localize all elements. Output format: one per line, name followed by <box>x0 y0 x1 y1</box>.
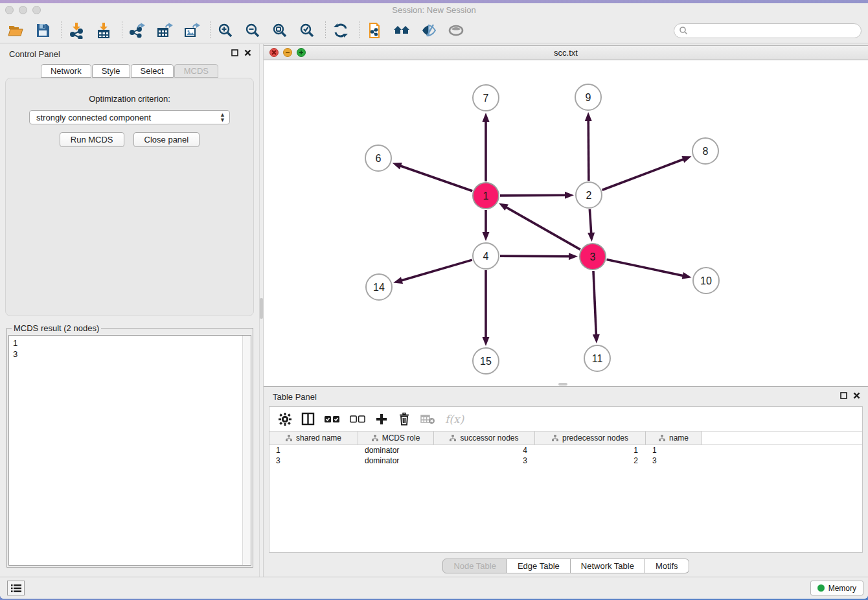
network-window-titlebar[interactable]: scc.txt <box>264 46 868 60</box>
graph-edge-2-9[interactable] <box>588 119 589 181</box>
close-panel-button[interactable]: Close panel <box>133 132 200 147</box>
cell-predecessor-nodes[interactable]: 1 <box>535 445 646 456</box>
edge-arrowhead <box>565 192 574 199</box>
graph-node-4[interactable]: 4 <box>473 243 499 269</box>
delete-table-icon[interactable] <box>420 414 435 424</box>
graph-edge-3-11[interactable] <box>593 271 597 336</box>
table-row[interactable]: 3dominator323 <box>269 456 862 466</box>
graph-node-10[interactable]: 10 <box>693 268 719 294</box>
home-icon[interactable] <box>391 20 412 41</box>
graph-edge-2-3[interactable] <box>589 209 591 235</box>
tab-node-table[interactable]: Node Table <box>442 559 507 573</box>
add-column-icon[interactable] <box>375 413 388 426</box>
canvas-hscroll-thumb[interactable] <box>558 383 567 386</box>
zoom-fit-icon[interactable] <box>269 20 290 41</box>
cell-shared-name[interactable]: 3 <box>269 456 358 466</box>
network-canvas[interactable]: 7968124314101511 <box>264 60 868 386</box>
delete-column-icon[interactable] <box>398 412 411 426</box>
import-network-icon[interactable] <box>66 20 87 41</box>
edge-arrowhead <box>393 277 403 284</box>
graph-edge-4-14[interactable] <box>400 260 472 281</box>
search-icon <box>679 26 688 35</box>
run-mcds-button[interactable]: Run MCDS <box>60 132 124 147</box>
save-session-icon[interactable] <box>32 20 53 41</box>
graph-edge-1-2[interactable] <box>500 195 567 196</box>
cell-name[interactable]: 3 <box>646 456 702 466</box>
column-header-predecessor-nodes[interactable]: predecessor nodes <box>535 432 646 444</box>
mcds-result-title: MCDS result (2 nodes) <box>12 323 101 333</box>
split-columns-icon[interactable] <box>301 412 315 426</box>
graph-node-11[interactable]: 11 <box>584 345 610 371</box>
edge-arrowhead <box>682 272 692 279</box>
duplicate-network-icon[interactable] <box>364 20 385 41</box>
column-header-successor-nodes[interactable]: successor nodes <box>434 432 535 444</box>
open-file-icon[interactable] <box>5 20 26 41</box>
column-header-MCDS-role[interactable]: MCDS role <box>358 432 434 444</box>
splitter-handle[interactable] <box>260 298 263 319</box>
column-header-shared-name[interactable]: shared name <box>269 432 358 444</box>
column-header-name[interactable]: name <box>646 432 702 444</box>
graph-node-15[interactable]: 15 <box>473 348 499 374</box>
task-history-button[interactable] <box>7 581 25 595</box>
float-table-panel-icon[interactable] <box>840 392 847 399</box>
graph-edge-1-6[interactable] <box>399 165 472 191</box>
optimization-select[interactable]: strongly connected component ▲▼ <box>29 110 230 124</box>
status-bar: Memory <box>0 577 868 599</box>
tab-network[interactable]: Network <box>41 64 91 78</box>
cell-predecessor-nodes[interactable]: 2 <box>535 456 646 466</box>
column-type-icon <box>659 435 665 441</box>
refresh-icon[interactable] <box>330 20 351 41</box>
search-input[interactable] <box>688 25 861 36</box>
graph-node-3[interactable]: 3 <box>580 244 606 270</box>
cell-successor-nodes[interactable]: 4 <box>434 445 535 456</box>
tab-style[interactable]: Style <box>92 64 130 78</box>
zoom-in-icon[interactable] <box>215 20 236 41</box>
table-settings-icon[interactable] <box>279 413 291 426</box>
graph-edge-3-10[interactable] <box>607 260 685 276</box>
graph-edge-4-3[interactable] <box>500 256 571 257</box>
panel-splitter[interactable] <box>259 44 264 577</box>
graph-node-2[interactable]: 2 <box>576 182 602 208</box>
birdseye-view-icon[interactable] <box>446 20 466 41</box>
function-builder-icon[interactable]: f(x) <box>445 413 464 426</box>
tab-motifs[interactable]: Motifs <box>645 559 689 573</box>
export-table-icon[interactable] <box>154 20 175 41</box>
cell-name[interactable]: 1 <box>646 445 702 456</box>
mcds-result-box[interactable]: 1 3 <box>8 335 251 566</box>
zoom-selected-icon[interactable] <box>297 20 317 41</box>
table-panel-title: Table Panel <box>273 392 317 402</box>
graph-node-6[interactable]: 6 <box>365 145 391 171</box>
table-row[interactable]: 1dominator411 <box>269 445 862 456</box>
close-table-panel-icon[interactable] <box>853 392 860 399</box>
tab-network-table[interactable]: Network Table <box>571 559 645 573</box>
tab-edge-table[interactable]: Edge Table <box>507 559 571 573</box>
node-label: 10 <box>700 275 712 286</box>
graph-node-1[interactable]: 1 <box>473 183 499 209</box>
select-all-icon[interactable] <box>325 415 340 423</box>
tab-select[interactable]: Select <box>131 64 174 78</box>
float-panel-icon[interactable] <box>231 49 238 56</box>
zoom-out-icon[interactable] <box>242 20 263 41</box>
close-panel-icon[interactable] <box>244 49 251 56</box>
import-table-icon[interactable] <box>93 20 114 41</box>
cell-MCDS-role[interactable]: dominator <box>358 445 434 456</box>
node-label: 3 <box>590 251 596 262</box>
search-field[interactable] <box>674 23 862 38</box>
tab-mcds[interactable]: MCDS <box>174 64 218 78</box>
graph-edge-2-8[interactable] <box>602 159 685 190</box>
export-image-icon[interactable] <box>181 20 202 41</box>
memory-button[interactable]: Memory <box>810 581 863 595</box>
hide-annotations-icon[interactable] <box>418 20 439 41</box>
result-scrollbar[interactable] <box>242 336 251 565</box>
graph-node-14[interactable]: 14 <box>366 274 392 300</box>
export-network-icon[interactable] <box>127 20 148 41</box>
graph-node-8[interactable]: 8 <box>692 138 718 164</box>
graph-edge-3-1[interactable] <box>505 207 580 249</box>
graph-node-7[interactable]: 7 <box>473 85 499 111</box>
cell-successor-nodes[interactable]: 3 <box>434 456 535 466</box>
toolbar-separator <box>61 21 62 40</box>
cell-MCDS-role[interactable]: dominator <box>358 456 434 466</box>
cell-shared-name[interactable]: 1 <box>269 445 358 456</box>
graph-node-9[interactable]: 9 <box>575 84 601 110</box>
deselect-all-icon[interactable] <box>350 415 365 423</box>
